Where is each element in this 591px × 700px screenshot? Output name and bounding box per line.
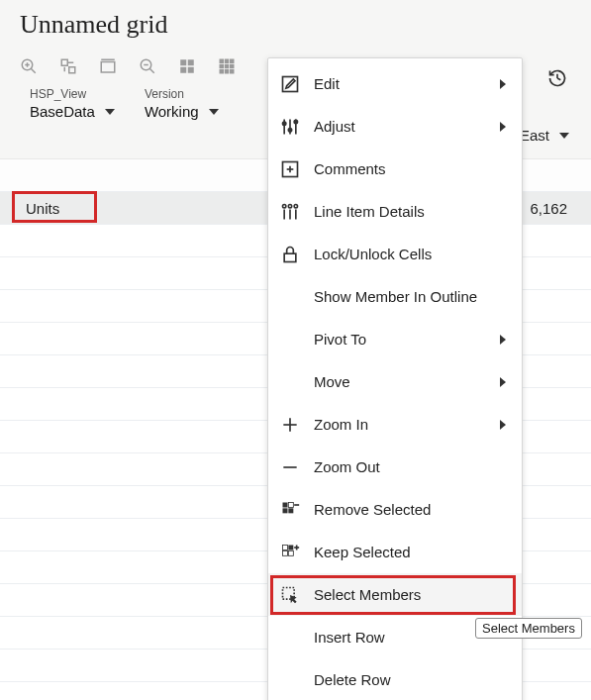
menu-label: Move bbox=[314, 373, 484, 390]
svg-point-43 bbox=[283, 204, 286, 207]
menu-item-pivot-to[interactable]: Pivot To bbox=[268, 318, 522, 360]
menu-label: Select Members bbox=[314, 586, 508, 603]
svg-marker-50 bbox=[500, 335, 506, 345]
pov-value-hspview[interactable]: BaseData bbox=[30, 103, 115, 120]
menu-label: Remove Selected bbox=[314, 501, 508, 518]
svg-rect-61 bbox=[283, 545, 288, 550]
menu-label: Edit bbox=[314, 75, 484, 92]
svg-rect-15 bbox=[180, 67, 186, 73]
remove-selected-icon[interactable] bbox=[99, 57, 117, 75]
keep-selected-icon[interactable] bbox=[59, 57, 77, 75]
chevron-down-icon bbox=[559, 131, 569, 141]
minus-icon bbox=[280, 457, 300, 477]
tooltip: Select Members bbox=[475, 618, 582, 639]
svg-rect-58 bbox=[288, 502, 293, 507]
pov-value-text: BaseData bbox=[30, 103, 95, 120]
details-icon bbox=[280, 202, 300, 222]
history-icon[interactable] bbox=[547, 68, 567, 91]
menu-item-zoom-out[interactable]: Zoom Out bbox=[268, 446, 522, 488]
column-header-text: East bbox=[520, 127, 549, 144]
blank-icon bbox=[280, 670, 300, 690]
svg-rect-16 bbox=[188, 67, 194, 73]
column-header-east[interactable]: East bbox=[520, 127, 569, 144]
menu-item-adjust[interactable]: Adjust bbox=[268, 105, 522, 148]
chevron-right-icon bbox=[498, 79, 508, 89]
svg-point-36 bbox=[283, 122, 286, 125]
svg-rect-25 bbox=[230, 69, 235, 74]
menu-item-lock-unlock[interactable]: Lock/Unlock Cells bbox=[268, 233, 522, 275]
svg-line-11 bbox=[149, 68, 154, 73]
menu-label: Comments bbox=[314, 160, 508, 177]
svg-rect-64 bbox=[288, 550, 293, 555]
svg-rect-56 bbox=[283, 502, 288, 507]
menu-item-edit[interactable]: Edit bbox=[268, 62, 522, 105]
svg-point-37 bbox=[288, 128, 291, 131]
svg-rect-49 bbox=[284, 253, 296, 261]
pov-dim-label: HSP_View bbox=[30, 87, 115, 101]
svg-rect-22 bbox=[230, 64, 235, 69]
svg-marker-54 bbox=[500, 420, 506, 430]
menu-label: Zoom Out bbox=[314, 458, 508, 475]
chevron-right-icon bbox=[498, 335, 508, 345]
svg-rect-20 bbox=[220, 64, 225, 69]
pov-value-text: Working bbox=[145, 103, 199, 120]
menu-item-delete-row[interactable]: Delete Row bbox=[268, 658, 522, 700]
menu-label: Zoom In bbox=[314, 416, 484, 433]
svg-marker-51 bbox=[500, 377, 506, 387]
menu-item-comments[interactable]: Comments bbox=[268, 148, 522, 190]
remove-selected-icon bbox=[280, 500, 300, 520]
svg-rect-13 bbox=[180, 59, 186, 65]
svg-rect-62 bbox=[283, 550, 288, 555]
menu-item-zoom-in[interactable]: Zoom In bbox=[268, 403, 522, 446]
blank-icon bbox=[280, 287, 300, 307]
chevron-right-icon bbox=[498, 420, 508, 430]
menu-label: Pivot To bbox=[314, 331, 484, 348]
svg-rect-18 bbox=[225, 59, 230, 64]
keep-selected-icon bbox=[280, 543, 300, 562]
svg-rect-19 bbox=[230, 59, 235, 64]
zoom-out-icon[interactable] bbox=[139, 57, 156, 75]
adjust-icon bbox=[280, 117, 300, 137]
menu-item-select-members[interactable]: Select Members bbox=[268, 573, 522, 616]
zoom-in-icon[interactable] bbox=[20, 57, 38, 75]
page-title: Unnamed grid bbox=[20, 10, 571, 40]
menu-item-remove-selected[interactable]: Remove Selected bbox=[268, 488, 522, 531]
svg-line-27 bbox=[557, 78, 560, 80]
svg-point-45 bbox=[294, 204, 297, 207]
menu-item-line-item-details[interactable]: Line Item Details bbox=[268, 190, 522, 233]
svg-rect-63 bbox=[288, 545, 293, 550]
row-header-units[interactable]: Units bbox=[22, 192, 63, 225]
blank-icon bbox=[280, 330, 300, 350]
pov-value-version[interactable]: Working bbox=[145, 103, 219, 120]
context-menu: Edit Adjust Comments Line Item Details L… bbox=[267, 57, 523, 700]
svg-rect-59 bbox=[288, 508, 293, 513]
svg-marker-29 bbox=[209, 109, 219, 115]
chevron-down-icon bbox=[209, 107, 219, 117]
svg-rect-24 bbox=[225, 69, 230, 74]
svg-rect-17 bbox=[220, 59, 225, 64]
chevron-down-icon bbox=[105, 107, 115, 117]
svg-rect-14 bbox=[188, 59, 194, 65]
svg-rect-4 bbox=[61, 59, 67, 65]
menu-label: Delete Row bbox=[314, 671, 508, 688]
svg-marker-30 bbox=[559, 133, 569, 139]
menu-item-show-member-outline[interactable]: Show Member In Outline bbox=[268, 275, 522, 318]
select-members-icon bbox=[280, 585, 300, 605]
menu-label: Show Member In Outline bbox=[314, 288, 508, 305]
svg-point-44 bbox=[288, 204, 291, 207]
plus-icon bbox=[280, 415, 300, 435]
data-cell[interactable]: 6,162 bbox=[530, 192, 567, 225]
menu-item-keep-selected[interactable]: Keep Selected bbox=[268, 531, 522, 573]
chevron-right-icon bbox=[498, 122, 508, 132]
svg-line-1 bbox=[31, 68, 36, 73]
svg-rect-8 bbox=[101, 62, 115, 73]
svg-rect-57 bbox=[283, 508, 288, 513]
svg-rect-23 bbox=[220, 69, 225, 74]
edit-icon bbox=[280, 74, 300, 94]
menu-item-move[interactable]: Move bbox=[268, 360, 522, 403]
svg-marker-28 bbox=[105, 109, 115, 115]
svg-point-38 bbox=[294, 120, 297, 123]
grid-nine-icon[interactable] bbox=[218, 57, 236, 75]
svg-rect-21 bbox=[225, 64, 230, 69]
grid-view-icon[interactable] bbox=[178, 57, 196, 75]
